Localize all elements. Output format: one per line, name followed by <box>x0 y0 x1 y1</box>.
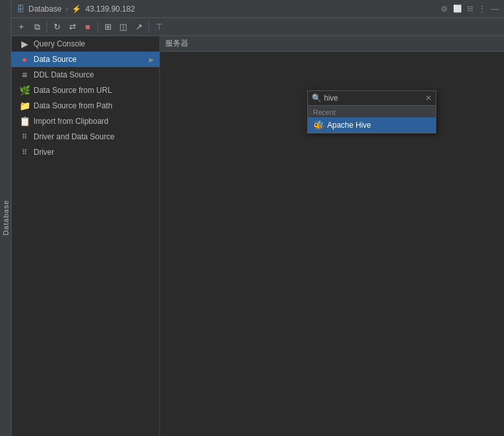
filter-button[interactable]: ⊤ <box>152 20 166 34</box>
toolbar-separator-3 <box>148 21 149 33</box>
search-input[interactable] <box>324 94 423 103</box>
server-label-area: 服务器 <box>160 36 504 52</box>
side-tab-label: Database <box>2 200 10 235</box>
sidebar-item-ddl-data-source[interactable]: ≡ DDL Data Source <box>12 67 159 83</box>
data-source-label: Data Source <box>34 55 77 64</box>
recent-section-label: Recent <box>308 106 436 117</box>
clear-button[interactable]: ✕ <box>425 94 432 103</box>
title-database-icon: 🗄 <box>17 5 25 14</box>
toolbar: + ⧉ ↻ ⇄ ■ ⊞ ◫ ↗ ⊤ <box>12 18 504 36</box>
search-icon: 🔍 <box>312 94 321 103</box>
sidebar-item-import-clipboard[interactable]: 📋 Import from Clipboard <box>12 114 159 129</box>
data-source-path-icon: 📁 <box>19 101 30 111</box>
query-console-label: Query Console <box>34 39 85 48</box>
import-clipboard-icon: 📋 <box>19 116 30 126</box>
breadcrumb-separator: › <box>65 5 68 14</box>
data-source-chevron: ▶ <box>149 56 154 63</box>
sidebar-item-data-source[interactable]: ● Data Source ▶ <box>12 52 159 67</box>
dropdown-search-container: 🔍 ✕ <box>308 91 436 106</box>
sync-button[interactable]: ⇄ <box>65 20 79 34</box>
driver-and-data-source-icon: ⠿ <box>19 133 30 141</box>
apache-hive-label: Apache Hive <box>327 121 371 130</box>
sidebar-item-driver[interactable]: ⠿ Driver <box>12 144 159 160</box>
apache-hive-icon: 🐝 <box>313 120 323 130</box>
server-label: 服务器 <box>165 38 188 49</box>
expand-icon[interactable]: ⬜ <box>453 5 462 13</box>
data-source-url-label: Data Source from URL <box>34 86 112 95</box>
dropdown-item-apache-hive[interactable]: 🐝 Apache Hive <box>308 117 436 133</box>
ddl-data-source-label: DDL Data Source <box>34 70 94 79</box>
more-icon[interactable]: ⋮ <box>478 5 486 14</box>
export-button[interactable]: ↗ <box>132 20 146 34</box>
driver-and-data-source-label: Driver and Data Source <box>34 132 114 141</box>
side-menu: ▶ Query Console ● Data Source ▶ ≡ DDL Da… <box>12 36 160 436</box>
toolbar-separator-1 <box>46 21 47 33</box>
data-source-url-icon: 🌿 <box>19 85 30 95</box>
right-panel: 服务器 🔍 ✕ Recent 🐝 Apache Hive <box>160 36 504 436</box>
sidebar-item-driver-and-data-source[interactable]: ⠿ Driver and Data Source <box>12 129 159 144</box>
close-icon[interactable]: — <box>491 5 499 14</box>
ddl-button[interactable]: ◫ <box>116 20 130 34</box>
settings-icon[interactable]: ⚙ <box>441 5 448 14</box>
driver-label: Driver <box>34 148 54 157</box>
title-bar: 🗄 Database › ⚡ 43.139.90.182 ⚙ ⬜ ⊟ ⋮ — <box>12 0 504 18</box>
title-bar-left: 🗄 Database › ⚡ 43.139.90.182 <box>17 5 135 14</box>
connection-icon: ⚡ <box>72 5 81 14</box>
toolbar-separator-2 <box>97 21 98 33</box>
add-button[interactable]: + <box>14 20 28 34</box>
sidebar-item-query-console[interactable]: ▶ Query Console <box>12 36 159 52</box>
side-tab[interactable]: Database <box>0 0 12 436</box>
copy-button[interactable]: ⧉ <box>30 20 44 34</box>
stop-button[interactable]: ■ <box>81 20 95 34</box>
server-ip: 43.139.90.182 <box>85 5 135 14</box>
sidebar-item-data-source-path[interactable]: 📁 Data Source from Path <box>12 98 159 114</box>
sidebar-item-data-source-url[interactable]: 🌿 Data Source from URL <box>12 83 159 98</box>
content-area: ▶ Query Console ● Data Source ▶ ≡ DDL Da… <box>12 36 504 436</box>
query-console-icon: ▶ <box>19 39 30 49</box>
ddl-data-source-icon: ≡ <box>19 70 30 80</box>
table-button[interactable]: ⊞ <box>101 20 115 34</box>
import-clipboard-label: Import from Clipboard <box>34 117 108 126</box>
data-source-path-label: Data Source from Path <box>34 101 112 110</box>
title-database-label: Database <box>28 5 61 14</box>
main-panel: 🗄 Database › ⚡ 43.139.90.182 ⚙ ⬜ ⊟ ⋮ — +… <box>12 0 504 436</box>
collapse-icon[interactable]: ⊟ <box>467 5 473 13</box>
refresh-button[interactable]: ↻ <box>50 20 64 34</box>
driver-icon: ⠿ <box>19 148 30 157</box>
title-bar-right: ⚙ ⬜ ⊟ ⋮ — <box>441 5 499 14</box>
data-source-icon: ● <box>19 54 30 64</box>
dropdown-popup: 🔍 ✕ Recent 🐝 Apache Hive <box>307 90 436 134</box>
